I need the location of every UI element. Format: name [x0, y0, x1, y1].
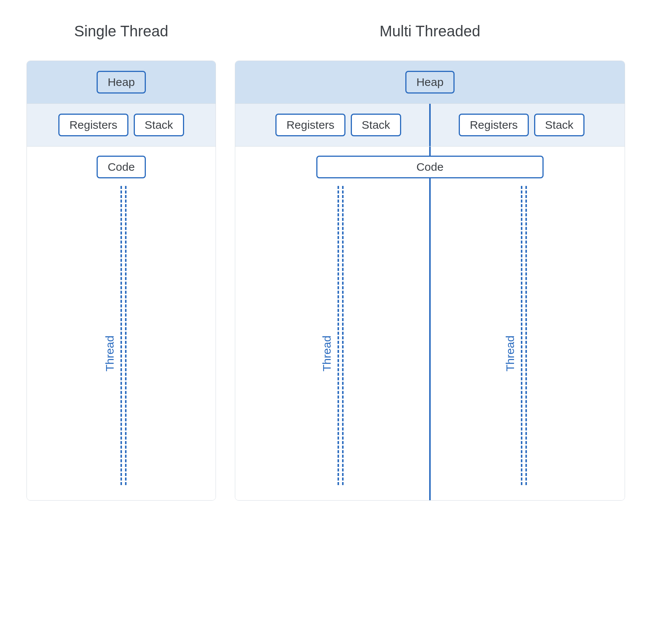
- multi-right-side: Registers Stack: [430, 114, 613, 136]
- multi-thread-column: Multi Threaded Heap Registers Stack Regi…: [235, 23, 625, 501]
- multi-code-box: Code: [316, 156, 544, 178]
- single-thread-col: Thread: [38, 186, 204, 485]
- multi-left-stack-box: Stack: [351, 114, 401, 136]
- multi-right-thread-col: Thread: [430, 186, 613, 485]
- multi-right-stack-box: Stack: [534, 114, 584, 136]
- single-thread-line: Thread: [114, 186, 129, 485]
- single-code-box: Code: [97, 156, 146, 178]
- single-regstack-band: Registers Stack: [27, 104, 216, 147]
- single-heap-box: Heap: [97, 71, 146, 94]
- multi-left-registers-box: Registers: [275, 114, 345, 136]
- single-code-area: Code Thread: [27, 147, 216, 500]
- multi-heap-band: Heap: [235, 61, 625, 104]
- single-registers-box: Registers: [58, 114, 128, 136]
- multi-code-area: Code Thread Thread: [235, 147, 625, 500]
- single-heap-band: Heap: [27, 61, 216, 104]
- multi-left-thread-col: Thread: [247, 186, 430, 485]
- multi-thread-title: Multi Threaded: [380, 23, 480, 40]
- single-stack-box: Stack: [134, 114, 184, 136]
- single-thread-panel: Heap Registers Stack Code: [27, 61, 216, 501]
- multi-left-side: Registers Stack: [247, 114, 430, 136]
- single-thread-label: Thread: [103, 336, 116, 371]
- single-thread-column: Single Thread Heap Registers Stack Code: [27, 23, 216, 501]
- multi-heap-box: Heap: [405, 71, 455, 94]
- multi-right-thread-label: Thread: [504, 336, 517, 371]
- single-thread-title: Single Thread: [74, 23, 168, 40]
- multi-left-thread-label: Thread: [320, 336, 333, 371]
- multi-thread-panel: Heap Registers Stack Registers Stack: [235, 61, 625, 501]
- multi-divider-regs: [429, 104, 431, 146]
- diagram-wrap: Single Thread Heap Registers Stack Code: [27, 23, 645, 501]
- multi-regstack-band: Registers Stack Registers Stack: [235, 104, 625, 147]
- multi-left-thread-line: Thread: [331, 186, 346, 485]
- multi-right-thread-line: Thread: [514, 186, 529, 485]
- multi-right-registers-box: Registers: [459, 114, 529, 136]
